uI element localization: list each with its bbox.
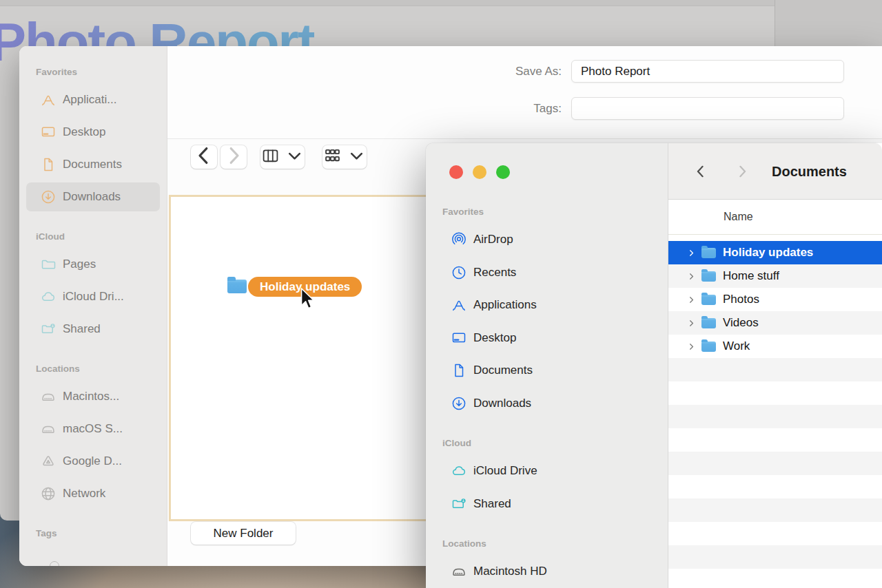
sidebar-item-downloads[interactable]: Downloads (433, 389, 661, 418)
chevron-left-icon (191, 143, 217, 171)
sidebar-item-label: iCloud Dri... (63, 290, 124, 304)
empty-row (668, 428, 882, 452)
forward-button[interactable] (220, 145, 247, 169)
file-name: Work (723, 339, 750, 353)
folder-icon (701, 248, 716, 258)
sidebar-item-shared[interactable]: Shared (26, 315, 160, 344)
table-row[interactable]: Photos (668, 288, 882, 311)
cloud-icon (451, 463, 467, 479)
name-column-label: Name (724, 211, 753, 223)
finder-location-title: Documents (772, 143, 847, 200)
finder-content: Documents Name Holiday updatesHome stuff… (668, 143, 882, 588)
sidebar-item-icloud-dri[interactable]: iCloud Dri... (26, 282, 160, 311)
disclosure-chevron-icon[interactable] (687, 342, 696, 351)
sidebar-item-label: Applications (473, 298, 537, 312)
background-right-pane (775, 0, 882, 46)
table-row[interactable]: Holiday updates (668, 241, 882, 264)
group-view-button[interactable] (322, 145, 367, 169)
download-circle-icon (451, 395, 467, 412)
finder-window: FavoritesAirDropRecentsApplicationsDeskt… (426, 143, 882, 588)
file-name: Videos (723, 316, 759, 330)
column-view-button[interactable] (260, 145, 305, 169)
sidebar-item-documents[interactable]: Documents (433, 356, 661, 385)
sidebar-item-macintos[interactable]: Macintos... (26, 382, 160, 411)
empty-row (668, 358, 882, 381)
chevron-down-icon (347, 146, 367, 169)
sidebar-item-pages[interactable]: Pages (26, 250, 160, 279)
sidebar-item-label: Recents (473, 266, 516, 280)
sidebar-item-downloads[interactable]: Downloads (26, 182, 160, 211)
list-column-header[interactable]: Name (668, 200, 882, 235)
sidebar-item-airdrop[interactable]: AirDrop (433, 225, 661, 254)
sidebar-item-label: Pages (63, 258, 96, 271)
zoom-window-icon[interactable] (496, 165, 510, 179)
sidebar-item-label: macOS S... (63, 422, 123, 436)
sidebar-item-shared[interactable]: Shared (433, 490, 661, 518)
file-name: Home stuff (723, 269, 779, 283)
mouse-cursor (299, 287, 315, 311)
chevron-right-icon (220, 143, 247, 171)
dragged-folder-icon (227, 280, 247, 293)
close-window-icon[interactable] (449, 165, 463, 179)
new-folder-button[interactable]: New Folder (191, 522, 296, 545)
document-icon (40, 156, 57, 173)
sidebar-item-applications[interactable]: Applications (433, 291, 661, 319)
folder-icon (701, 318, 716, 328)
sidebar-section-title: Favorites (442, 207, 484, 217)
desktop-icon (451, 330, 467, 346)
folder-icon (701, 271, 716, 282)
google-drive-icon (40, 453, 57, 470)
minimize-window-icon[interactable] (473, 165, 486, 179)
table-row[interactable]: Work (668, 335, 882, 358)
tags-label: Tags: (458, 97, 562, 120)
folder-icon (701, 295, 716, 305)
shared-folder-icon (40, 321, 57, 337)
table-row[interactable]: Home stuff (668, 264, 882, 288)
disclosure-chevron-icon[interactable] (687, 319, 696, 328)
finder-forward-button[interactable] (733, 162, 751, 180)
empty-row (668, 522, 882, 545)
sidebar-item-recents[interactable]: Recents (433, 258, 661, 287)
chevron-down-icon (285, 146, 305, 169)
sidebar-item-label: Documents (63, 158, 122, 171)
sidebar-item-label: Desktop (473, 331, 516, 345)
save-fields-section: Save As: Photo Report Tags: (167, 46, 882, 139)
sidebar-item-label: Shared (63, 322, 101, 336)
finder-back-button[interactable] (692, 162, 710, 180)
disclosure-chevron-icon[interactable] (687, 249, 696, 258)
sidebar-item-documents[interactable]: Documents (26, 150, 160, 179)
disclosure-chevron-icon[interactable] (687, 272, 696, 281)
folder-icon (40, 256, 57, 273)
sidebar-item-label: Desktop (63, 125, 105, 139)
file-name: Photos (723, 293, 759, 306)
sidebar-section-title: Favorites (36, 67, 77, 77)
shared-folder-icon (451, 496, 467, 512)
sidebar-item-desktop[interactable]: Desktop (26, 118, 160, 147)
sidebar-item-macos-s[interactable]: macOS S... (26, 414, 160, 443)
app-store-icon (40, 92, 57, 108)
sidebar-item-network[interactable]: Network (26, 479, 160, 508)
sidebar-item-icloud-drive[interactable]: iCloud Drive (433, 456, 661, 485)
sidebar-item-applicati[interactable]: Applicati... (26, 85, 160, 114)
disclosure-chevron-icon[interactable] (687, 295, 696, 304)
app-store-icon (451, 297, 467, 313)
sidebar-item-label: Macintos... (63, 390, 119, 403)
download-circle-icon (40, 189, 57, 205)
desktop-icon (40, 124, 57, 140)
hard-drive-icon (40, 388, 57, 405)
sidebar-item-label: Applicati... (63, 93, 116, 107)
table-row[interactable]: Videos (668, 311, 882, 335)
empty-row (668, 381, 882, 405)
cloud-icon (40, 288, 57, 305)
sidebar-item-label: iCloud Drive (473, 464, 537, 478)
background-window-toolbar (0, 0, 882, 6)
back-button[interactable] (191, 145, 217, 169)
sidebar-item-macintosh-hd[interactable]: Macintosh HD (433, 557, 661, 586)
columns-icon (260, 146, 280, 169)
tag-color-icon (50, 561, 59, 566)
sidebar-item-label: Downloads (473, 397, 531, 410)
sidebar-item-desktop[interactable]: Desktop (433, 324, 661, 353)
tags-input[interactable] (571, 97, 844, 120)
save-as-input[interactable]: Photo Report (571, 60, 844, 83)
sidebar-item-google-d[interactable]: Google D... (26, 447, 160, 476)
